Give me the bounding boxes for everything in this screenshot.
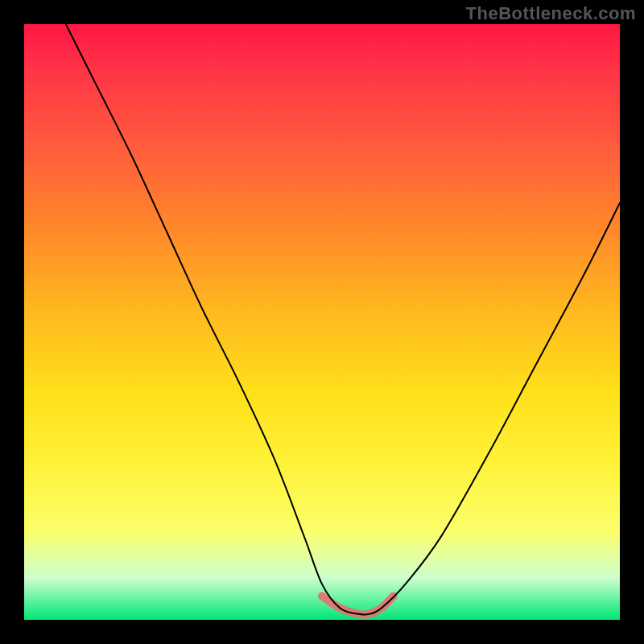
watermark-text: TheBottleneck.com (466, 3, 636, 24)
optimal-range-highlight (322, 596, 394, 614)
curve-layer (24, 24, 620, 620)
bottleneck-curve (66, 24, 620, 615)
chart-frame: TheBottleneck.com (0, 0, 644, 644)
plot-area (24, 24, 620, 620)
